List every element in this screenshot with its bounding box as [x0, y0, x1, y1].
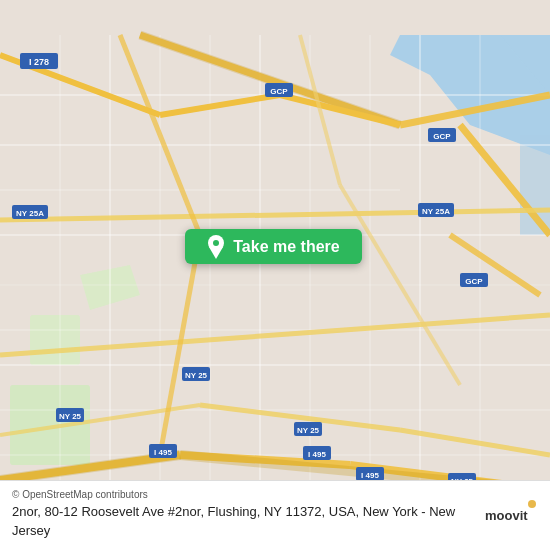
- svg-text:I 495: I 495: [308, 450, 326, 459]
- svg-text:I 278: I 278: [29, 57, 49, 67]
- svg-text:NY 25: NY 25: [59, 412, 82, 421]
- svg-point-75: [213, 240, 219, 246]
- svg-marker-74: [209, 247, 223, 259]
- svg-text:I 495: I 495: [154, 448, 172, 457]
- map-container: I 278 GCP GCP GCP NY 25A NY 25A NY 25 NY…: [0, 0, 550, 550]
- svg-point-77: [528, 500, 536, 508]
- take-me-there-button[interactable]: Take me there: [185, 229, 362, 264]
- svg-text:NY 25: NY 25: [185, 371, 208, 380]
- svg-text:GCP: GCP: [465, 277, 483, 286]
- address-text: 2nor, 80-12 Roosevelt Ave #2nor, Flushin…: [12, 503, 473, 539]
- bottom-left: © OpenStreetMap contributors 2nor, 80-12…: [12, 489, 473, 539]
- svg-text:GCP: GCP: [433, 132, 451, 141]
- location-pin-icon: [207, 235, 225, 259]
- svg-text:NY 25A: NY 25A: [422, 207, 450, 216]
- svg-text:NY 25: NY 25: [297, 426, 320, 435]
- copyright-text: © OpenStreetMap contributors: [12, 489, 473, 500]
- cta-button-label: Take me there: [233, 238, 339, 256]
- svg-rect-5: [30, 315, 80, 365]
- svg-text:GCP: GCP: [270, 87, 288, 96]
- moovit-logo: moovit: [483, 496, 538, 534]
- svg-text:moovit: moovit: [485, 508, 528, 523]
- svg-text:I 495: I 495: [361, 471, 379, 480]
- moovit-brand-icon: moovit: [483, 496, 538, 534]
- svg-text:NY 25A: NY 25A: [16, 209, 44, 218]
- bottom-panel: © OpenStreetMap contributors 2nor, 80-12…: [0, 480, 550, 550]
